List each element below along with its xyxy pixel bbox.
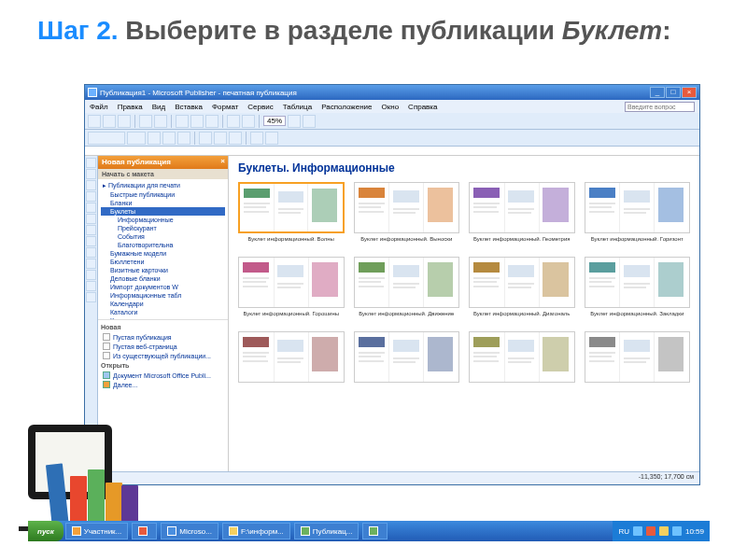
taskbar-item[interactable]: Участник...	[65, 523, 128, 539]
start-button[interactable]: пуск	[28, 521, 63, 541]
menu-edit[interactable]: Правка	[118, 103, 143, 111]
zoom-out-button[interactable]	[288, 115, 301, 128]
copy-button[interactable]	[190, 115, 204, 128]
template-item[interactable]: Буклет информационный. Закладки	[585, 257, 691, 324]
paste-button[interactable]	[205, 115, 218, 128]
template-item[interactable]: Буклет информационный. Диагональ	[469, 257, 575, 324]
template-item[interactable]	[354, 331, 460, 399]
recent-doc-link[interactable]: Документ Microsoft Office Publi...	[101, 371, 225, 380]
bold-button[interactable]	[148, 132, 161, 145]
oval-tool[interactable]	[86, 236, 96, 246]
zoom-combo[interactable]: 45%	[263, 116, 286, 126]
menu-format[interactable]: Формат	[212, 103, 238, 111]
taskbar-item[interactable]: Microso...	[161, 523, 218, 539]
tree-node[interactable]: Бланки	[101, 199, 225, 207]
template-item[interactable]	[238, 331, 345, 399]
menu-arrange[interactable]: Расположение	[321, 103, 372, 111]
undo-button[interactable]	[227, 115, 240, 128]
more-link[interactable]: Далее...	[101, 380, 225, 389]
from-existing-link[interactable]: Из существующей публикации...	[101, 351, 225, 360]
align-center-button[interactable]	[214, 132, 227, 145]
shapes-tool[interactable]	[86, 259, 96, 269]
tree-node[interactable]: Информационные	[101, 216, 225, 224]
menu-help[interactable]: Справка	[408, 103, 437, 111]
pointer-tool[interactable]	[86, 158, 96, 168]
clock[interactable]: 10:59	[685, 527, 704, 536]
publisher-window: Публикация1 - Microsoft Publisher - печа…	[84, 84, 700, 485]
tree-node[interactable]: Буклеты	[101, 207, 225, 216]
print-button[interactable]	[139, 115, 152, 128]
picture-tool[interactable]	[86, 203, 96, 213]
design-tool[interactable]	[86, 292, 96, 302]
tree-node[interactable]: События	[101, 232, 225, 241]
taskbar-item[interactable]	[132, 523, 157, 539]
font-combo[interactable]	[88, 132, 125, 145]
tray-icon[interactable]	[646, 526, 655, 536]
template-item[interactable]: Буклет информационный. Выноски	[354, 182, 460, 249]
redo-button[interactable]	[242, 115, 255, 128]
tree-node[interactable]: Импорт документов W	[101, 283, 225, 291]
taskpane-close-icon[interactable]: ×	[220, 157, 225, 165]
webform-tool[interactable]	[86, 281, 96, 291]
language-indicator[interactable]: RU	[618, 527, 629, 536]
zoom-in-button[interactable]	[303, 115, 316, 128]
tree-node[interactable]: Визитные карточки	[101, 266, 225, 274]
template-item[interactable]	[585, 331, 691, 399]
app-icon	[88, 88, 97, 97]
menu-table[interactable]: Таблица	[283, 103, 312, 111]
titlebar[interactable]: Публикация1 - Microsoft Publisher - печа…	[85, 85, 699, 100]
tree-node[interactable]: Быстрые публикации	[101, 190, 225, 199]
blank-webpage-link[interactable]: Пустая веб-страница	[101, 342, 225, 351]
bookmark-tool[interactable]	[86, 270, 96, 280]
align-left-button[interactable]	[199, 132, 212, 145]
bullets-button[interactable]	[250, 132, 263, 145]
tree-node[interactable]: ▸ Публикации для печати	[101, 181, 225, 190]
close-button[interactable]: ×	[682, 87, 697, 98]
tree-node[interactable]: Бумажные модели	[101, 249, 225, 258]
cut-button[interactable]	[176, 115, 189, 128]
menu-view[interactable]: Вид	[152, 103, 165, 111]
menu-insert[interactable]: Вставка	[175, 103, 203, 111]
tray-icon[interactable]	[672, 526, 682, 536]
line-tool[interactable]	[86, 214, 96, 224]
text-tool[interactable]	[86, 169, 96, 179]
tree-node[interactable]: Прейскурант	[101, 224, 225, 232]
template-item[interactable]: Буклет информационный. Движение	[354, 257, 460, 324]
preview-button[interactable]	[154, 115, 167, 128]
template-item[interactable]: Буклет информационный. Геометрия	[469, 182, 575, 249]
tray-icon[interactable]	[633, 526, 642, 536]
tree-node[interactable]: Каталоги	[101, 308, 225, 316]
taskbar-item[interactable]	[362, 523, 388, 539]
template-item[interactable]: Буклет информационный. Волны	[238, 182, 345, 249]
minimize-button[interactable]: _	[650, 87, 665, 98]
taskbar-item[interactable]: F:\информ...	[222, 523, 290, 539]
blank-publication-link[interactable]: Пустая публикация	[101, 332, 225, 342]
template-item[interactable]	[469, 331, 575, 399]
help-search-input[interactable]	[625, 102, 695, 112]
template-item[interactable]: Буклет информационный. Горизонт	[585, 182, 691, 249]
align-right-button[interactable]	[229, 132, 242, 145]
tree-node[interactable]: Календари	[101, 300, 225, 308]
tree-node[interactable]: Благотворительна	[101, 241, 225, 249]
maximize-button[interactable]: □	[666, 87, 681, 98]
rect-tool[interactable]	[86, 247, 96, 258]
wordart-tool[interactable]	[86, 191, 96, 202]
tray-icon[interactable]	[659, 526, 669, 536]
italic-button[interactable]	[162, 132, 176, 145]
menu-tools[interactable]: Сервис	[247, 103, 273, 111]
tree-node[interactable]: Информационные табл	[101, 291, 225, 300]
tree-node[interactable]: Деловые бланки	[101, 274, 225, 283]
template-item[interactable]: Буклет информационный. Горошины	[238, 257, 345, 324]
underline-button[interactable]	[177, 132, 190, 145]
menu-window[interactable]: Окно	[382, 103, 400, 111]
taskbar-item[interactable]: Публикац...	[294, 523, 359, 539]
new-button[interactable]	[88, 115, 101, 128]
open-button[interactable]	[103, 115, 116, 128]
save-button[interactable]	[118, 115, 131, 128]
size-combo[interactable]	[127, 132, 146, 145]
numbering-button[interactable]	[265, 132, 278, 145]
arrow-tool[interactable]	[86, 225, 96, 235]
table-tool[interactable]	[86, 180, 96, 190]
tree-node[interactable]: Бюллетени	[101, 258, 225, 266]
menu-file[interactable]: Файл	[90, 103, 108, 111]
